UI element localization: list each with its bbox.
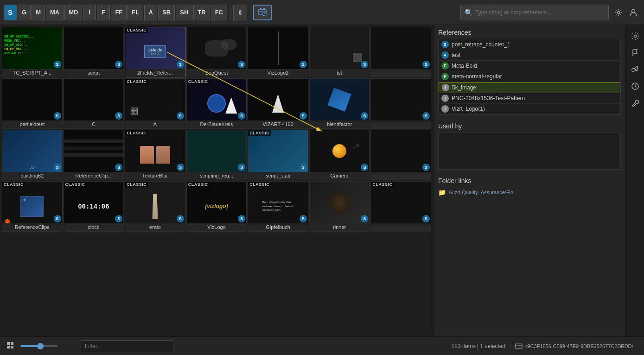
ref-item[interactable]: S post_retrace_counter_1 <box>439 39 620 50</box>
ref-item[interactable]: F meta-normal-regular <box>439 71 620 82</box>
flag-side-btn[interactable] <box>628 45 643 60</box>
grid-view-btn[interactable] <box>5 341 16 351</box>
classic-badge: CLASSIC <box>248 182 271 187</box>
toolbar-btn-ff[interactable]: FF <box>111 5 127 20</box>
grid-thumb: S <box>371 130 431 172</box>
toolbar-btn-sb[interactable]: SB <box>158 5 175 20</box>
type-indicator: S <box>115 112 122 120</box>
grid-item[interactable]: CLASSIC Dem Haegert nahy den welbaren be… <box>248 181 308 232</box>
grid-item[interactable]: S <box>370 78 431 129</box>
right-sidebar <box>625 25 644 336</box>
grid-item[interactable]: S Camera <box>309 130 370 180</box>
grid-item[interactable]: CLASSIC 2Fields 56:00 S 2Fields_Refer... <box>125 27 185 77</box>
item-label: DerBlaueKreis <box>187 120 247 128</box>
uuid-icon <box>515 342 523 350</box>
type-indicator: S <box>422 215 430 222</box>
grid-item[interactable]: S tst <box>309 27 370 77</box>
toolbar-btn-m[interactable]: M <box>32 5 45 20</box>
type-indicator: S <box>177 164 184 171</box>
toolbar-btn-fc[interactable]: FC <box>211 5 227 20</box>
item-label: 2Fields_Refer... <box>125 69 185 77</box>
grid-item[interactable]: S script <box>64 27 124 77</box>
type-indicator: S <box>238 164 245 171</box>
grid-item[interactable]: S perfieldtest <box>2 78 63 129</box>
grid-item[interactable]: CLASSIC S <box>370 181 431 232</box>
references-title: References <box>438 29 621 36</box>
search-bar[interactable]: 🔍 <box>460 5 609 20</box>
folder-item[interactable]: 📁 /Vizrt-Quality_Assurance/Flo <box>438 187 621 197</box>
zoom-slider-container <box>20 345 76 347</box>
ref-item[interactable]: A test <box>439 50 620 61</box>
grid-item[interactable]: 3D S building62 <box>2 130 63 180</box>
grid-item[interactable]: CLASSIC S script_stati <box>248 130 308 180</box>
filter-input[interactable] <box>81 340 173 352</box>
toolbar-btn-s[interactable]: S <box>4 5 17 20</box>
grid-thumb: S <box>371 27 431 69</box>
grid-thumb: CLASSIC 00:14:06 S <box>64 182 124 223</box>
ref-badge: I <box>442 84 449 91</box>
toolbar-btn-f[interactable]: F <box>97 5 110 20</box>
svg-rect-17 <box>516 344 522 349</box>
history-side-btn[interactable] <box>628 79 643 94</box>
toolbar-btn-md[interactable]: MD <box>64 5 82 20</box>
grid-item[interactable]: S SeaQuest <box>186 27 247 77</box>
ref-name: PNG-2048x1536-Test-Pattern <box>452 95 525 101</box>
grid-item[interactable]: S <box>370 130 431 180</box>
asset-grid[interactable]: CLASSIC SN_OP_ASSIGN... PUSH_VEC... SN_O… <box>0 25 433 336</box>
toolbar-btn-a[interactable]: A <box>144 5 157 20</box>
grid-item[interactable]: CLASSIC 00:14:06 S clock <box>64 181 124 232</box>
toolbar-btn-g[interactable]: G <box>18 5 31 20</box>
settings-icon-btn[interactable] <box>612 6 625 19</box>
classic-badge: CLASSIC <box>125 79 148 84</box>
grid-item[interactable]: S C <box>64 78 124 129</box>
toolbar-btn-tr[interactable]: TR <box>193 5 210 20</box>
ref-item-5k-image[interactable]: I 5k_image <box>439 82 620 93</box>
grid-item[interactable]: S rinner <box>309 181 370 232</box>
grid-item[interactable]: CLASSIC ref i S ReferenceClips <box>2 181 63 232</box>
ref-item[interactable]: F Meta-Bold <box>439 61 620 71</box>
grid-thumb: CLASSIC S <box>125 182 185 223</box>
zoom-slider[interactable] <box>20 345 57 347</box>
grid-item[interactable]: S blendfactor <box>309 78 370 129</box>
grid-thumb: S <box>64 130 124 172</box>
grid-item[interactable]: S ReferenceClip... <box>64 130 124 180</box>
item-label <box>371 223 431 226</box>
grid-item[interactable]: S <box>370 27 431 77</box>
user-icon-btn[interactable] <box>626 6 640 19</box>
settings-side-btn[interactable] <box>628 29 643 44</box>
ref-name: Vizrt_Logo(1) <box>452 106 485 112</box>
tools-side-btn[interactable] <box>628 95 643 110</box>
grid-item[interactable]: CLASSIC S TextureBlur <box>125 130 185 180</box>
grid-item[interactable]: S VizLogo2 <box>248 27 308 77</box>
toolbar-btn-i[interactable]: I <box>83 5 96 20</box>
type-indicator: S <box>300 164 307 171</box>
type-indicator: S <box>177 215 184 222</box>
classic-badge: CLASSIC <box>187 182 210 187</box>
search-input[interactable] <box>475 9 605 16</box>
toolbar-btn-ma[interactable]: MA <box>46 5 64 20</box>
grid-item[interactable]: CLASSIC SN_OP_ASSIGN... PUSH_VEC... SN_O… <box>2 27 63 77</box>
share-side-btn[interactable] <box>628 62 643 77</box>
grid-thumb: CLASSIC S <box>125 130 185 172</box>
grid-item[interactable]: CLASSIC S erato <box>125 181 185 232</box>
ref-item[interactable]: I Vizrt_Logo(1) <box>439 104 620 114</box>
grid-thumb: S <box>310 27 370 69</box>
svg-point-11 <box>634 35 636 38</box>
grid-item[interactable]: CLASSIC ▦ S A <box>125 78 185 129</box>
clip-button[interactable] <box>253 5 272 20</box>
grid-thumb: S <box>187 27 247 69</box>
grid-item[interactable]: S scripting_reg... <box>186 130 247 180</box>
grid-item[interactable]: CLASSIC S DerBlaueKreis <box>186 78 247 129</box>
ref-item[interactable]: I PNG-2048x1536-Test-Pattern <box>439 93 620 104</box>
item-label: erato <box>125 223 185 231</box>
sort-button[interactable]: ⇕ <box>233 5 247 20</box>
type-indicator: S <box>177 61 184 68</box>
used-by-content <box>438 133 621 170</box>
toolbar-btn-fl[interactable]: FL <box>128 5 143 20</box>
ref-name: 5k_image <box>452 84 476 91</box>
grid-thumb: 3D S <box>2 130 62 172</box>
grid-item[interactable]: CLASSIC [vizlogo] S VizLogo <box>186 181 247 232</box>
grid-item[interactable]: S VIZART-4190 <box>248 78 308 129</box>
item-label: VizLogo2 <box>248 69 308 77</box>
toolbar-btn-sh[interactable]: SH <box>176 5 192 20</box>
